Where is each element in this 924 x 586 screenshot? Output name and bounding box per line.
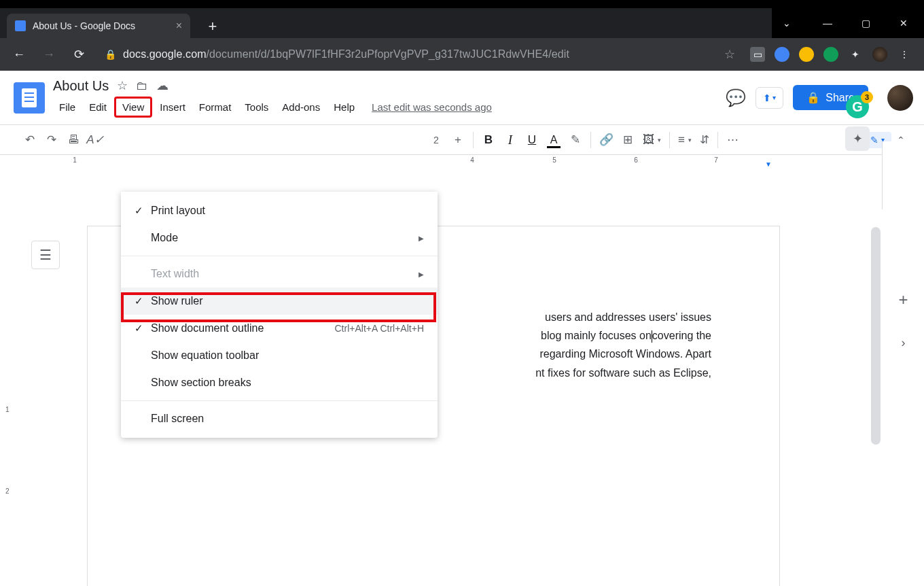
separator <box>717 132 718 148</box>
back-button[interactable]: ← <box>7 42 31 67</box>
highlight-button[interactable]: ✎ <box>565 129 586 151</box>
address-bar-row: ← → ⟳ 🔒 docs.google.com/document/d/1bqPW… <box>0 38 924 71</box>
margin-marker-icon[interactable]: ▼ <box>765 160 772 168</box>
print-icon[interactable]: 🖶 <box>63 129 84 151</box>
docs-header: About Us ☆ 🗀 ☁ File Edit View Insert For… <box>0 71 924 125</box>
vruler-tick: 1 <box>5 406 10 413</box>
more-toolbar-icon[interactable]: ⋯ <box>722 129 744 151</box>
body-text: blog mainly focuses on <box>541 330 652 341</box>
increase-font-button[interactable]: + <box>447 129 469 151</box>
spellcheck-icon[interactable]: A✓ <box>84 129 106 151</box>
vruler-tick: 2 <box>5 487 10 495</box>
menu-insert[interactable]: Insert <box>154 99 192 116</box>
floating-buttons: G 3 ✦ <box>845 95 870 151</box>
menu-item-print-layout[interactable]: ✓ Print layout <box>121 197 438 224</box>
star-icon[interactable]: ☆ <box>117 78 128 93</box>
submenu-arrow-icon: ▶ <box>419 271 424 278</box>
close-window-icon[interactable]: ✕ <box>894 18 913 29</box>
check-icon: ✓ <box>135 205 151 217</box>
text-color-button[interactable]: A <box>543 129 565 151</box>
menu-item-show-section-breaks[interactable]: Show section breaks <box>121 369 438 396</box>
ext-icon-3[interactable] <box>799 47 814 62</box>
insert-link-icon[interactable]: 🔗 <box>595 129 617 151</box>
close-tab-icon[interactable]: × <box>176 20 182 32</box>
menu-item-show-outline[interactable]: ✓ Show document outline Ctrl+Alt+A Ctrl+… <box>121 315 438 342</box>
add-comment-icon[interactable]: ⊞ <box>617 129 639 151</box>
docs-logo[interactable] <box>14 82 45 114</box>
check-icon: ✓ <box>135 322 151 334</box>
underline-button[interactable]: U <box>521 129 543 151</box>
menu-view[interactable]: View <box>114 97 152 118</box>
maximize-icon[interactable]: ▢ <box>856 18 875 29</box>
vertical-scrollbar[interactable] <box>871 227 881 445</box>
browser-tab[interactable]: About Us - Google Docs × <box>7 14 190 38</box>
separator <box>669 132 670 148</box>
cloud-saved-icon: ☁ <box>156 78 168 93</box>
bold-button[interactable]: B <box>478 129 499 151</box>
ext-icon-1[interactable]: ▭ <box>750 47 765 62</box>
font-size-field[interactable]: 2 <box>425 129 447 151</box>
insert-image-icon[interactable]: 🖼▾ <box>639 129 665 151</box>
align-button[interactable]: ≡▾ <box>674 129 696 151</box>
side-panel: + › <box>882 141 924 209</box>
lock-icon: 🔒 <box>105 49 116 60</box>
present-button[interactable]: ⬆ ▾ <box>756 87 783 109</box>
outline-toggle-button[interactable]: ☰ <box>31 241 60 269</box>
explore-button[interactable]: ✦ <box>845 126 870 151</box>
menu-divider <box>121 256 438 256</box>
body-text: regarding Microsoft Windows. Apart <box>539 348 711 360</box>
menu-item-show-ruler[interactable]: ✓ Show ruler <box>121 288 438 315</box>
add-addon-icon[interactable]: + <box>895 291 912 309</box>
italic-button[interactable]: I <box>499 129 521 151</box>
menu-tools[interactable]: Tools <box>238 99 274 116</box>
menu-item-show-equation-toolbar[interactable]: Show equation toolbar <box>121 342 438 369</box>
menu-item-mode[interactable]: Mode ▶ <box>121 224 438 252</box>
minimize-icon[interactable]: — <box>818 18 837 29</box>
menu-help[interactable]: Help <box>327 99 361 116</box>
extensions-puzzle-icon[interactable]: ✦ <box>848 47 863 62</box>
separator <box>590 132 591 148</box>
present-icon: ⬆ <box>763 92 771 103</box>
menu-file[interactable]: File <box>53 99 82 116</box>
comments-icon[interactable]: 💬 <box>726 88 746 107</box>
menu-format[interactable]: Format <box>193 99 238 116</box>
window-controls: ⌄ — ▢ ✕ <box>772 8 924 38</box>
tab-title: About Us - Google Docs <box>33 20 135 31</box>
redo-icon[interactable]: ↷ <box>41 129 63 151</box>
document-title[interactable]: About Us <box>53 78 109 94</box>
submenu-arrow-icon: ▶ <box>419 235 424 242</box>
horizontal-ruler[interactable]: 1 4 5 6 7 ▼ <box>0 155 924 171</box>
tab-search-icon[interactable]: ⌄ <box>783 18 791 29</box>
menu-item-text-width: Text width ▶ <box>121 260 438 288</box>
menubar: File Edit View Insert Format Tools Add-o… <box>53 97 726 118</box>
profile-avatar-icon[interactable] <box>872 47 887 62</box>
new-tab-button[interactable]: + <box>201 15 224 38</box>
last-edit-link[interactable]: Last edit was seconds ago <box>372 101 492 113</box>
ext-icon-2[interactable] <box>775 47 789 62</box>
ext-icon-4[interactable] <box>823 47 838 62</box>
bookmark-star-icon[interactable]: ☆ <box>717 42 742 67</box>
hide-panel-icon[interactable]: › <box>902 336 906 350</box>
grammarly-icon[interactable]: G 3 <box>846 95 869 118</box>
url-path: /document/d/1bqPW7lF1fHF3r2uPfoprVgPVP_g… <box>207 48 569 61</box>
menu-item-full-screen[interactable]: Full screen <box>121 405 438 432</box>
address-bar[interactable]: 🔒 docs.google.com/document/d/1bqPW7lF1fH… <box>96 48 712 61</box>
reload-button[interactable]: ⟳ <box>67 42 91 67</box>
undo-icon[interactable]: ↶ <box>19 129 41 151</box>
body-text: users and addresses users' issues <box>545 311 711 323</box>
ruler-tick: 1 <box>73 156 77 164</box>
menu-edit[interactable]: Edit <box>83 99 113 116</box>
menu-addons[interactable]: Add-ons <box>276 99 326 116</box>
account-avatar[interactable] <box>887 85 913 111</box>
docs-favicon <box>15 20 26 31</box>
forward-button[interactable]: → <box>37 42 61 67</box>
move-icon[interactable]: 🗀 <box>136 79 148 93</box>
view-dropdown-menu: ✓ Print layout Mode ▶ Text width ▶ ✓ Sho… <box>121 192 438 438</box>
url-host: docs.google.com <box>123 48 206 61</box>
ruler-tick: 4 <box>470 156 474 164</box>
present-caret: ▾ <box>772 94 776 101</box>
grammarly-badge: 3 <box>861 91 873 103</box>
line-spacing-icon[interactable]: ⇵ <box>696 129 713 151</box>
browser-menu-icon[interactable]: ⋮ <box>897 47 912 62</box>
ruler-tick: 7 <box>714 156 718 164</box>
